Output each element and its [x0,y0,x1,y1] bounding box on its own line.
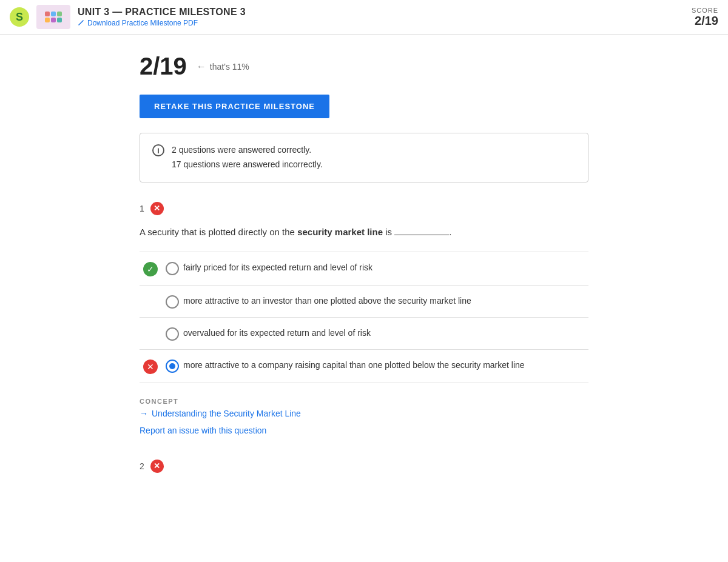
option-1-radio[interactable] [166,262,179,275]
score-percent: ← that's 11% [197,61,249,72]
concept-section: CONCEPT → Understanding the Security Mar… [140,398,588,435]
option-2-radio[interactable] [166,295,179,309]
option-2-row: more attractive to an investor than one … [140,286,588,318]
report-issue-link[interactable]: Report an issue with this question [140,426,266,435]
option-3-radio-area [161,326,183,341]
info-box: i 2 questions were answered correctly. 1… [140,133,588,182]
score-value: 2/19 [692,14,718,28]
score-display: 2/19 ← that's 11% [140,53,588,80]
wrong-answer-icon: ✕ [143,360,158,374]
score-label: SCORE [692,7,718,14]
option-1-text: fairly priced for its expected return an… [183,261,588,274]
option-1-radio-area [161,261,183,275]
download-link[interactable]: Download Practice Milestone PDF [78,19,692,27]
question-2-header: 2 ✕ [140,460,588,473]
option-2-text: more attractive to an investor than one … [183,294,588,307]
concept-link[interactable]: → Understanding the Security Market Line [140,409,588,418]
option-4-radio-area [161,358,183,373]
question-1-text: A security that is plotted directly on t… [140,225,588,239]
question-1-wrong-icon: ✕ [150,202,164,215]
option-3-text: overvalued for its expected return and l… [183,326,588,340]
page-title: UNIT 3 — PRACTICE MILESTONE 3 [78,7,692,18]
option-3-radio[interactable] [166,327,179,341]
option-1-correct-indicator: ✓ [140,261,161,276]
question-2-block: 2 ✕ [140,460,588,473]
arrow-right-icon: → [140,409,148,418]
option-4-row: ✕ more attractive to a company raising c… [140,350,588,383]
correct-count-text: 2 questions were answered correctly. [172,143,323,158]
option-4-radio-selected[interactable] [166,360,179,373]
incorrect-count-text: 17 questions were answered incorrectly. [172,158,323,172]
header: S UNIT 3 — PRACTICE MILESTONE 3 Download… [0,0,728,35]
question-2-wrong-icon: ✕ [150,460,164,473]
header-score-area: SCORE 2/19 [692,7,718,28]
logo: S [10,7,29,27]
retake-button[interactable]: RETAKE THIS PRACTICE MILESTONE [140,95,329,118]
option-2-side [140,294,161,295]
option-4-text: more attractive to a company raising cap… [183,358,588,372]
main-content: 2/19 ← that's 11% RETAKE THIS PRACTICE M… [127,35,601,515]
question-2-number: 2 [140,461,144,471]
option-4-wrong-indicator: ✕ [140,358,161,374]
logo-text: S [16,11,23,24]
question-1-number: 1 [140,204,144,213]
pencil-icon [78,19,85,27]
header-title-area: UNIT 3 — PRACTICE MILESTONE 3 Download P… [78,7,692,27]
arrow-left-icon: ← [197,61,206,72]
correct-checkmark-icon: ✓ [143,262,158,276]
option-3-side [140,326,161,327]
options-container: ✓ fairly priced for its expected return … [140,252,588,383]
score-big: 2/19 [140,53,187,80]
unit-thumbnail [36,5,70,29]
concept-label: CONCEPT [140,398,588,405]
option-2-radio-area [161,294,183,309]
question-1-block: 1 ✕ A security that is plotted directly … [140,202,588,435]
info-text: 2 questions were answered correctly. 17 … [172,143,323,172]
option-1-row: ✓ fairly priced for its expected return … [140,252,588,286]
option-3-row: overvalued for its expected return and l… [140,318,588,350]
info-icon: i [152,144,164,156]
question-1-header: 1 ✕ [140,202,588,215]
